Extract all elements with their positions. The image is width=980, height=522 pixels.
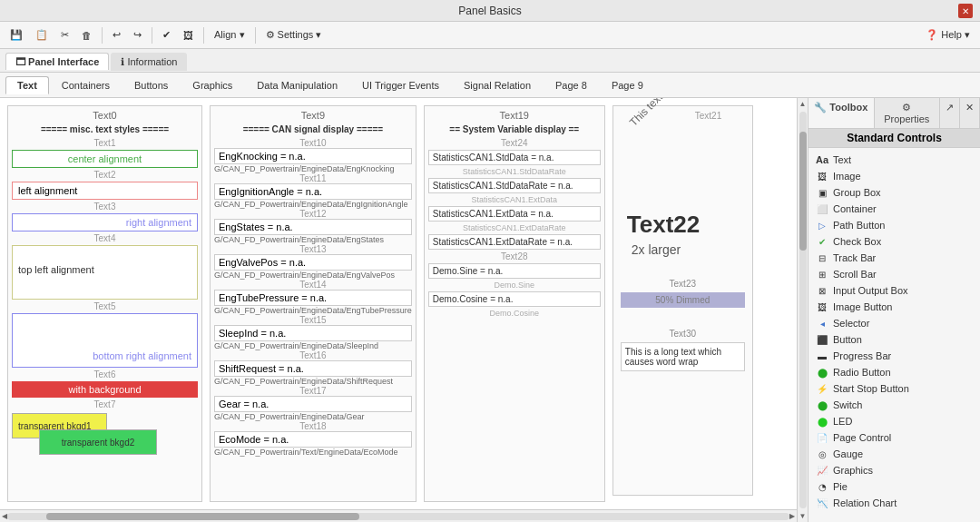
toolbox-group-box[interactable]: ▣ Group Box [812, 184, 976, 201]
scroll-track[interactable] [7, 513, 789, 520]
toolbox-list: Aa Text 🖼 Image ▣ Group Box ⬜ Container … [808, 148, 980, 522]
text-column-title: Text0 [12, 110, 198, 121]
shift-request-input[interactable]: ShiftRequest = n.a. [214, 360, 412, 377]
toolbox-switch[interactable]: ⬤ Switch [812, 397, 976, 413]
tab-page8[interactable]: Page 8 [544, 76, 599, 94]
copy-button[interactable]: 📋 [31, 26, 53, 44]
demo-sine-row[interactable]: Demo.Sine = n.a. [428, 263, 601, 279]
eng-states-input[interactable]: EngStates = n.a. [214, 219, 412, 235]
toolbox-gauge[interactable]: ◎ Gauge [812, 446, 976, 462]
tab-ui-trigger[interactable]: UI Trigger Events [350, 76, 451, 94]
eng-tubepressure-input[interactable]: EngTubePressure = n.a. [214, 290, 412, 306]
scroll-bar-icon: ⊞ [816, 268, 828, 281]
v-scroll-track[interactable] [799, 112, 807, 508]
cut-button[interactable]: ✂ [56, 26, 74, 44]
toolbox-image-label: Image [833, 171, 861, 182]
vertical-scrollbar[interactable]: ▲ ▼ [797, 98, 808, 522]
toolbox-start-stop[interactable]: ⚡ Start Stop Button [812, 380, 976, 397]
toolbox-progress-bar[interactable]: ▬ Progress Bar [812, 348, 976, 364]
help-button[interactable]: ❓ Help ▾ [921, 26, 975, 44]
eng-ignition-input[interactable]: EngIgnitionAngle = n.a. [214, 183, 412, 200]
toolbox-container[interactable]: ⬜ Container [812, 201, 976, 217]
toolbox-pie[interactable]: ◔ Pie [812, 478, 976, 495]
scroll-up-btn[interactable]: ▲ [798, 98, 808, 110]
tab-containers[interactable]: Containers [50, 76, 122, 94]
sys-text26-label: StatisticsCAN1.ExtData [428, 195, 601, 204]
can-text11-label: Text11 [214, 173, 412, 183]
right-panel-tabs: 🔧 Toolbox ⚙ Properties ↗ ✕ [808, 98, 980, 129]
tab-panel-interface[interactable]: 🗔 Panel Interface [5, 53, 109, 70]
toolbox-scroll-bar[interactable]: ⊞ Scroll Bar [812, 266, 976, 282]
check-button[interactable]: ✔ [158, 26, 175, 44]
undo-button[interactable]: ↩ [108, 26, 125, 44]
tab-text[interactable]: Text [5, 76, 49, 94]
eng-valvepos-input[interactable]: EngValvePos = n.a. [214, 254, 412, 271]
stats-extdata-row[interactable]: StatisticsCAN1.ExtData = n.a. [428, 206, 601, 222]
information-icon: ℹ [121, 56, 124, 67]
sep1 [102, 27, 103, 44]
scroll-thumb[interactable] [46, 513, 359, 520]
toolbox-input-output-box[interactable]: ⊠ Input Output Box [812, 282, 976, 299]
toolbox-relation-chart-label: Relation Chart [833, 497, 897, 508]
text7-label: Text7 [12, 399, 198, 409]
canvas-scroll[interactable]: Text0 ===== misc. text styles ===== Text… [0, 98, 797, 509]
led-icon: ⬤ [816, 415, 828, 428]
sys-text27-label: StatisticsCAN1.ExtDataRate [428, 223, 601, 232]
toolbox-button[interactable]: ⬛ Button [812, 331, 976, 348]
eng-valvepos-sub: G/CAN_FD_Powertrain/EngineData/EngValveP… [214, 271, 412, 280]
toolbox-track-bar[interactable]: ⊟ Track Bar [812, 250, 976, 266]
sleep-ind-sub: G/CAN_FD_Powertrain/EngineData/SleepInd [214, 341, 412, 350]
toolbox-page-control[interactable]: 📄 Page Control [812, 429, 976, 446]
tab-graphics[interactable]: Graphics [181, 76, 244, 94]
close-button[interactable]: ✕ [958, 4, 973, 18]
tab-buttons[interactable]: Buttons [122, 76, 180, 94]
toolbox-graphics[interactable]: 📈 Graphics [812, 462, 976, 478]
tab-page9[interactable]: Page 9 [600, 76, 655, 94]
tab-information[interactable]: ℹ Information [111, 53, 187, 71]
settings-button[interactable]: ⚙ Settings ▾ [261, 26, 327, 44]
tab-toolbox[interactable]: 🔧 Toolbox [808, 98, 875, 128]
toolbox-path-button[interactable]: ▷ Path Button [812, 217, 976, 233]
toolbox-container-label: Container [833, 203, 877, 214]
stats-stddatarate-row[interactable]: StatisticsCAN1.StdDataRate = n.a. [428, 178, 601, 193]
toolbox-progress-bar-label: Progress Bar [833, 350, 891, 361]
toolbox-selector[interactable]: ◂ Selector [812, 315, 976, 331]
toolbox-led[interactable]: ⬤ LED [812, 413, 976, 429]
sleep-ind-input[interactable]: SleepInd = n.a. [214, 325, 412, 341]
toolbox-relation-chart[interactable]: 📉 Relation Chart [812, 495, 976, 511]
toolbox-check-box[interactable]: ✔ Check Box [812, 233, 976, 250]
align-button[interactable]: Align ▾ [210, 26, 250, 44]
tab-properties[interactable]: ⚙ Properties [875, 98, 941, 128]
image-button[interactable]: 🖼 [179, 27, 198, 44]
stats-extdatarate-row[interactable]: StatisticsCAN1.ExtDataRate = n.a. [428, 234, 601, 250]
tab-extra1[interactable]: ↗ [940, 98, 960, 128]
tab-data-manipulation[interactable]: Data Manipulation [245, 76, 349, 94]
toolbox-text[interactable]: Aa Text [812, 152, 976, 168]
eng-knocking-input[interactable]: EngKnocking = n.a. [214, 148, 412, 164]
toolbox-button-label: Button [833, 334, 862, 345]
scroll-right-btn[interactable]: ▶ [789, 512, 795, 520]
gear-input[interactable]: Gear = n.a. [214, 396, 412, 412]
demo-cosine-row[interactable]: Demo.Cosine = n.a. [428, 291, 601, 307]
toolbox-page-control-label: Page Control [833, 432, 891, 443]
stats-stddata-row[interactable]: StatisticsCAN1.StdData = n.a. [428, 150, 601, 165]
toolbox-image-button[interactable]: 🖼 Image Button [812, 299, 976, 315]
right-panel: 🔧 Toolbox ⚙ Properties ↗ ✕ Standard Cont… [808, 98, 980, 522]
can-text16-label: Text16 [214, 350, 412, 360]
larger-label: 2x larger [632, 242, 681, 257]
graphics-icon: 📈 [816, 464, 828, 477]
delete-button[interactable]: 🗑 [77, 27, 96, 44]
redo-button[interactable]: ↪ [129, 26, 146, 44]
save-button[interactable]: 💾 [5, 26, 27, 44]
text5b-label: Text6 [12, 369, 198, 379]
image-button-icon: 🖼 [816, 300, 828, 313]
can-column: Text9 ===== CAN signal display ===== Tex… [210, 105, 416, 502]
eco-mode-input[interactable]: EcoMode = n.a. [214, 431, 412, 448]
toolbox-image[interactable]: 🖼 Image [812, 168, 976, 184]
tab-extra2[interactable]: ✕ [960, 98, 980, 128]
horizontal-scrollbar[interactable]: ◀ ▶ [0, 509, 797, 522]
tab-signal-relation[interactable]: Signal Relation [452, 76, 543, 94]
v-scroll-thumb[interactable] [799, 132, 807, 251]
toolbox-radio-button[interactable]: ⬤ Radio Button [812, 364, 976, 380]
scroll-down-btn[interactable]: ▼ [798, 510, 808, 522]
